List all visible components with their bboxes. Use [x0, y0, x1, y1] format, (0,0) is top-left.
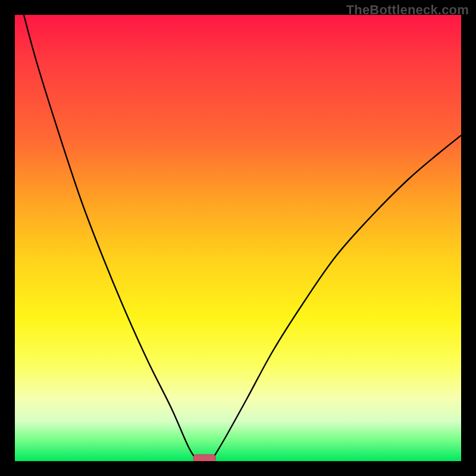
- curves-svg: [15, 15, 461, 461]
- chart-stage: TheBottleneck.com: [0, 0, 476, 476]
- curve-left-branch: [24, 15, 198, 461]
- plot-area: [15, 15, 461, 461]
- curve-right-branch: [211, 136, 461, 462]
- bottleneck-marker: [193, 455, 216, 461]
